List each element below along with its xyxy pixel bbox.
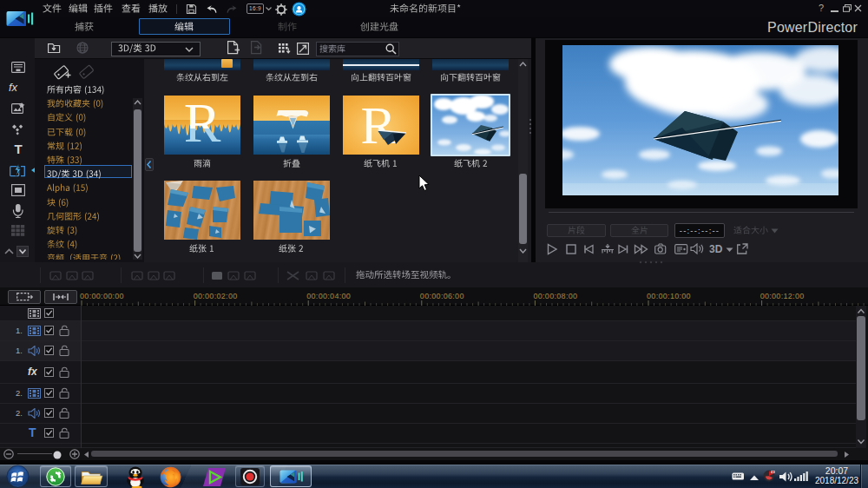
svg-text:R: R <box>360 96 397 155</box>
